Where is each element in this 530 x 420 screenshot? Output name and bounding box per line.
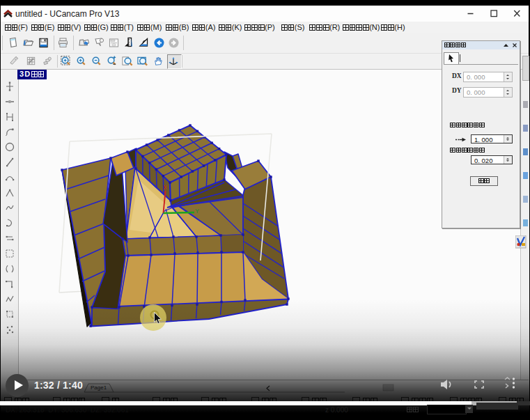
- svg-text:Page1: Page1: [91, 384, 107, 391]
- svg-text:Y: Y: [195, 208, 199, 215]
- svg-text:X: X: [163, 184, 167, 191]
